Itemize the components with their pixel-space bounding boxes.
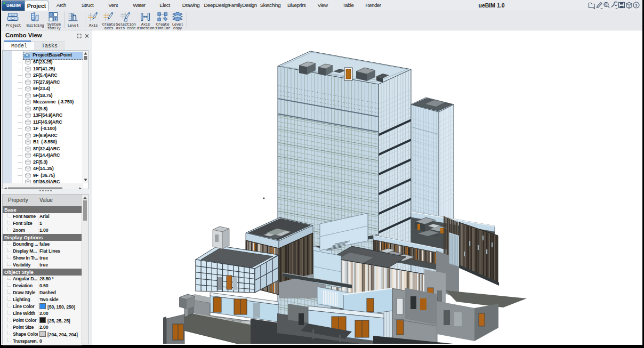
svg-text:?: ? <box>635 3 638 8</box>
